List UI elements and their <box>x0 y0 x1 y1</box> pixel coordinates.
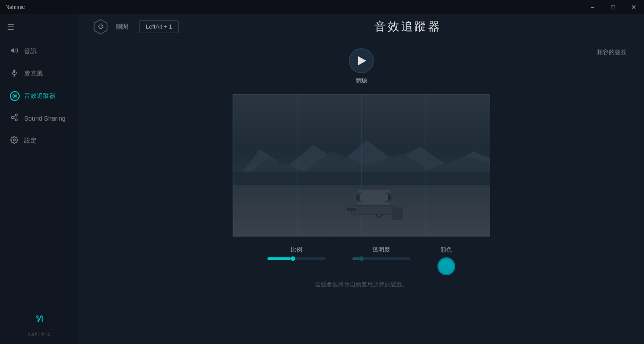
controls-row: 比例 透明度 顏色 <box>267 246 455 275</box>
audio-icon <box>10 46 19 56</box>
sidebar-item-audio[interactable]: 音訊 <box>3 41 76 62</box>
shortcut-box[interactable]: LeftAlt + 1 <box>139 20 179 33</box>
svg-rect-24 <box>352 206 396 214</box>
play-label: 體驗 <box>356 77 367 85</box>
nahimic-logo-text: nahimic <box>28 331 51 337</box>
opacity-slider[interactable] <box>352 257 411 260</box>
svg-point-6 <box>15 114 17 117</box>
play-section: 體驗 <box>349 48 374 85</box>
color-swatch[interactable] <box>437 257 455 275</box>
power-hex-icon: ⏻ <box>93 19 109 35</box>
svg-point-8 <box>15 119 17 121</box>
settings-label: 設定 <box>24 137 37 145</box>
play-button[interactable] <box>349 48 374 73</box>
svg-text:ท: ท <box>35 311 43 325</box>
sidebar-item-mic[interactable]: 麥克風 <box>3 63 76 84</box>
titlebar: Nahimic − □ ✕ <box>0 0 644 14</box>
svg-rect-23 <box>360 194 388 201</box>
sidebar-item-tracker[interactable]: 音效追蹤器 <box>3 86 76 106</box>
compatible-games-link[interactable]: 相容的遊戲 <box>597 48 626 56</box>
menu-toggle[interactable]: ☰ <box>0 18 78 37</box>
svg-line-10 <box>13 116 15 117</box>
scale-thumb[interactable] <box>291 256 295 261</box>
hint-text: 這些參數將會自動套用於您的遊戲。 <box>315 281 408 289</box>
sharing-label: Sound Sharing <box>24 115 66 122</box>
settings-icon <box>10 136 19 146</box>
mic-label: 麥克風 <box>24 70 43 78</box>
mic-icon <box>10 69 19 79</box>
svg-point-11 <box>13 139 16 141</box>
scale-slider[interactable] <box>267 257 326 260</box>
game-preview <box>233 94 490 237</box>
svg-point-4 <box>14 95 16 97</box>
svg-rect-25 <box>347 208 356 211</box>
minimize-button[interactable]: − <box>582 0 603 14</box>
power-label: 關閉 <box>116 23 128 31</box>
svg-line-9 <box>13 118 15 119</box>
maximize-button[interactable]: □ <box>603 0 623 14</box>
tracker-icon <box>10 91 19 101</box>
gun-area <box>343 181 405 236</box>
page-title: 音效追蹤器 <box>186 19 630 34</box>
opacity-fill <box>352 257 360 260</box>
main-layout: ☰ 音訊 麥克風 <box>0 14 644 344</box>
topbar: ⏻ 關閉 LeftAlt + 1 音效追蹤器 <box>78 14 644 39</box>
opacity-label: 透明度 <box>373 246 390 254</box>
sidebar-item-sharing[interactable]: Sound Sharing <box>3 108 76 129</box>
content-area: ⏻ 關閉 LeftAlt + 1 音效追蹤器 相容的遊戲 體驗 <box>78 14 644 344</box>
sharing-icon <box>10 113 19 123</box>
hamburger-icon: ☰ <box>7 23 14 32</box>
content-body: 相容的遊戲 體驗 <box>78 39 644 344</box>
audio-label: 音訊 <box>24 47 37 55</box>
opacity-control: 透明度 <box>352 246 411 260</box>
app-title: Nahimic <box>5 4 25 10</box>
color-control: 顏色 <box>437 246 455 275</box>
sidebar-item-settings[interactable]: 設定 <box>3 130 76 151</box>
nahimic-logo-icon: ท <box>30 311 48 330</box>
window-controls: − □ ✕ <box>582 0 644 14</box>
color-label: 顏色 <box>441 246 452 254</box>
svg-rect-1 <box>13 70 16 73</box>
scale-label: 比例 <box>291 246 302 254</box>
close-button[interactable]: ✕ <box>623 0 644 14</box>
play-icon <box>358 56 366 65</box>
tracker-label: 音效追蹤器 <box>24 92 55 100</box>
scale-control: 比例 <box>267 246 326 260</box>
svg-rect-26 <box>392 207 403 220</box>
opacity-thumb[interactable] <box>359 256 364 261</box>
svg-marker-0 <box>11 48 14 53</box>
svg-text:⏻: ⏻ <box>98 22 104 29</box>
sidebar-bottom: ท nahimic <box>0 304 78 344</box>
sidebar: ☰ 音訊 麥克風 <box>0 14 78 344</box>
scale-fill <box>267 257 291 260</box>
svg-point-7 <box>11 117 13 119</box>
